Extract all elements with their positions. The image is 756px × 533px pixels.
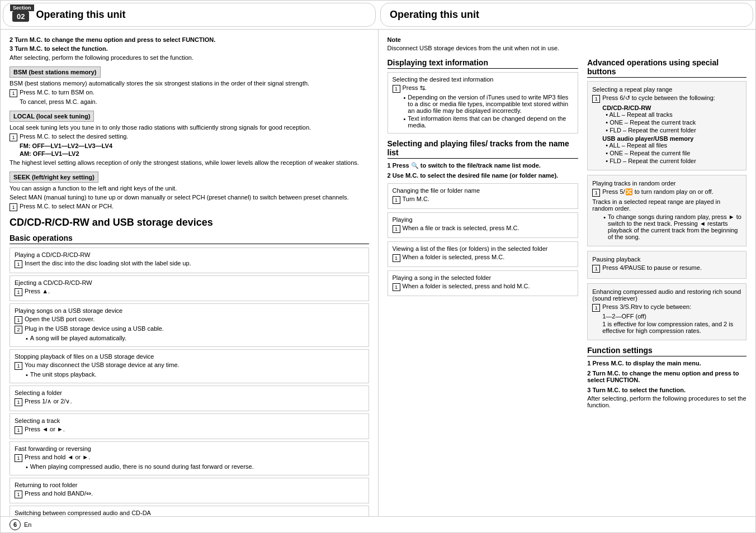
step-num-5-0: 1 xyxy=(15,426,22,434)
step-item-2-0: 1Open the USB port cover. xyxy=(15,316,364,324)
section-label: Section xyxy=(10,4,34,11)
text-info-step1: 1 Press ⇆. xyxy=(393,84,574,93)
local-am: AM: OFF—LV1—LV2 xyxy=(20,150,369,157)
repeat-cd-bullets: • ALL – Repeat all tracks• ONE – Repeat … xyxy=(606,111,741,134)
enhancing-step1-text: Press 3/S.Rtrv to cycle between: xyxy=(602,303,691,310)
sel-step-2-0: 1When a folder is selected, press M.C. xyxy=(393,254,574,262)
advanced-ops-section: Advanced operations using special button… xyxy=(587,58,746,340)
sel-files-boxes: Changing the file or folder name1Turn M.… xyxy=(388,183,579,296)
main-content: 2 Turn M.C. to change the menu option an… xyxy=(1,30,755,516)
local-fm: FM: OFF—LV1—LV2—LV3—LV4 xyxy=(20,142,369,149)
intro-step3-text: 3 Turn M.C. to select the function. xyxy=(10,45,108,52)
bullet-dot: • xyxy=(603,214,606,221)
seek-label: SEEK (left/right key setting) xyxy=(10,172,98,183)
op-title-0: Playing a CD/CD-R/CD-RW xyxy=(15,251,364,258)
local-desc2: The highest level setting allows recepti… xyxy=(10,159,369,166)
header-title-right: Operating this unit xyxy=(390,9,479,21)
repeat-step1: 1 Press 6/↺ to cycle between the followi… xyxy=(592,94,741,103)
op-block-5: Selecting a track1Press ◄ or ►. xyxy=(10,413,369,439)
sel-step-num-2-0: 1 xyxy=(393,254,400,262)
local-step-num: 1 xyxy=(10,134,17,141)
header-left: Section 02 Operating this unit xyxy=(3,3,376,27)
left-page: 2 Turn M.C. to change the menu option an… xyxy=(1,30,379,516)
repeat-cd-heading: CD/CD-R/CD-RW xyxy=(602,104,741,111)
header-title-left: Operating this unit xyxy=(36,9,125,21)
step-num-0-0: 1 xyxy=(15,260,22,268)
bsm-step1-text: Press M.C. to turn BSM on. xyxy=(20,89,94,96)
enhancing-items: 1—2—OFF (off)1 is effective for low comp… xyxy=(602,313,741,334)
repeat-title: Selecting a repeat play range xyxy=(592,86,741,93)
op-block-0: Playing a CD/CD-R/CD-RW1Insert the disc … xyxy=(10,248,369,273)
enh-item-1: 1 is effective for low compression rates… xyxy=(602,321,741,334)
step-num-2-0: 1 xyxy=(15,316,22,324)
step-item-4-0: 1Press 1/∧ or 2/∨. xyxy=(15,398,364,406)
bsm-section: BSM (best stations memory) BSM (best sta… xyxy=(10,66,369,105)
lang-label: En xyxy=(24,521,31,528)
op-block-1: Ejecting a CD/CD-R/CD-RW1Press ▲. xyxy=(10,275,369,301)
cd-heading: CD/CD-R/CD-RW and USB storage devices xyxy=(10,217,369,229)
repeat-usb-bullets: • ALL – Repeat all files• ONE – Repeat t… xyxy=(606,142,741,164)
intro-block: 2 Turn M.C. to change the menu option an… xyxy=(10,36,369,61)
repeat-step-num: 1 xyxy=(592,95,600,103)
op-title-1: Ejecting a CD/CD-R/CD-RW xyxy=(15,279,364,286)
selecting-files-step2: 2 Use M.C. to select the desired file na… xyxy=(388,172,579,179)
displaying-text-heading: Displaying text information xyxy=(388,58,579,69)
intro-step2: 2 Turn M.C. to change the menu option an… xyxy=(10,36,369,43)
random-title: Playing tracks in random order xyxy=(592,180,741,187)
op-block-3: Stopping playback of files on a USB stor… xyxy=(10,349,369,383)
seek-step1: 1 Press M.C. to select MAN or PCH. xyxy=(10,203,369,211)
step-text-7-0: Press and hold BAND/⇔. xyxy=(25,490,93,497)
enhancing-title: Enhancing compressed audio and restoring… xyxy=(592,288,741,302)
step-text-1-0: Press ▲. xyxy=(25,288,50,294)
op-block-4: Selecting a folder1Press 1/∧ or 2/∨. xyxy=(10,386,369,411)
seek-step1-text: Press M.C. to select MAN or PCH. xyxy=(20,203,114,210)
step-item-0-0: 1Insert the disc into the disc loading s… xyxy=(15,260,364,268)
intro-step2-text: 2 Turn M.C. to change the menu option an… xyxy=(10,36,215,43)
bsm-desc1: BSM (best stations memory) automatically… xyxy=(10,80,369,87)
sel-box-3: Playing a song in the selected folder1Wh… xyxy=(388,270,579,296)
step-text-5-0: Press ◄ or ►. xyxy=(25,426,65,432)
step-num-1-0: 1 xyxy=(15,288,22,296)
sel-step1-text: 1 Press 🔍 to switch to the file/track na… xyxy=(388,162,541,169)
sel-step-3-0: 1When a folder is selected, press and ho… xyxy=(393,283,574,291)
bullet: • xyxy=(26,372,28,378)
repeat-usb-text: USB audio player/USB memory xyxy=(602,135,693,142)
header: Section 02 Operating this unit Operating… xyxy=(1,1,755,30)
step-item-2-1: 2Plug in the USB storage device using a … xyxy=(15,325,364,334)
local-fm-text: FM: OFF—LV1—LV2—LV3—LV4 xyxy=(20,142,112,149)
header-right: Operating this unit xyxy=(380,3,753,27)
sel-box-title-2: Viewing a list of the files (or folders)… xyxy=(393,245,574,252)
step-num-7-0: 1 xyxy=(15,491,22,498)
sel-step-num-1-0: 1 xyxy=(393,225,400,233)
right-two-col: Displaying text information Selecting th… xyxy=(388,58,747,408)
step-num-6-0: 1 xyxy=(15,454,22,462)
bsm-label: BSM (best stations memory) xyxy=(10,66,101,78)
pausing-step1-text: Press 4/PAUSE to pause or resume. xyxy=(602,264,702,271)
seek-section: SEEK (left/right key setting) You can as… xyxy=(10,172,369,211)
sel-step-num-0-0: 1 xyxy=(393,196,400,204)
local-step1: 1 Press M.C. to select the desired setti… xyxy=(10,133,369,141)
step-num-3-0: 1 xyxy=(15,362,22,370)
intro-step3-desc: After selecting, perform the following p… xyxy=(10,54,369,61)
random-bullet-text: To change songs during random play, pres… xyxy=(608,213,741,240)
bsm-step-num: 1 xyxy=(10,89,17,97)
op-block-6: Fast forwarding or reversing1Press and h… xyxy=(10,441,369,475)
pausing-step1: 1 Press 4/PAUSE to pause or resume. xyxy=(592,264,741,273)
op-block-7: Returning to root folder1Press and hold … xyxy=(10,478,369,503)
cd-ops-container: Playing a CD/CD-R/CD-RW1Insert the disc … xyxy=(10,248,369,516)
sel-box-1: Playing1When a file or track is selected… xyxy=(388,212,579,238)
note-title: Note xyxy=(388,36,747,43)
footer: 6 En xyxy=(1,516,755,532)
random-section: Playing tracks in random order 1 Press 5… xyxy=(587,175,746,246)
bullet: • xyxy=(26,464,28,470)
rep-cd-bullet-2: • FLD – Repeat the current folder xyxy=(606,127,741,134)
random-step1: 1 Press 5/🔀 to turn random play on or of… xyxy=(592,188,741,197)
step-item-6-0: 1Press and hold ◄ or ►. xyxy=(15,454,364,462)
enhancing-step1: 1 Press 3/S.Rtrv to cycle between: xyxy=(592,303,741,312)
bsm-cancel: To cancel, press M.C. again. xyxy=(20,98,369,105)
fs-step2: 2 Turn M.C. to change the menu option an… xyxy=(587,370,746,383)
local-section: LOCAL (local seek tuning) Local seek tun… xyxy=(10,111,369,166)
intro-step3: 3 Turn M.C. to select the function. xyxy=(10,45,369,52)
right-col-left: Displaying text information Selecting th… xyxy=(388,58,579,408)
step-text-2-0: Open the USB port cover. xyxy=(25,316,94,322)
